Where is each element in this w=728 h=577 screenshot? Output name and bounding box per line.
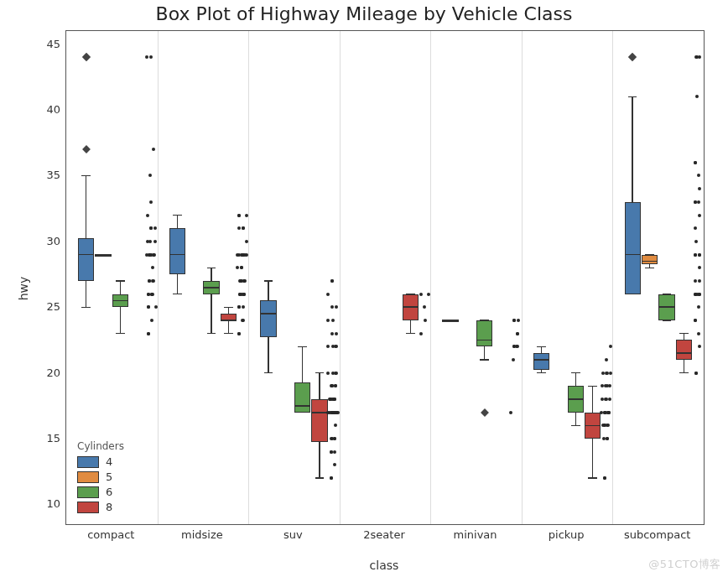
- strip-dot: [242, 293, 246, 296]
- strip-dot: [330, 450, 333, 454]
- legend-label: 5: [106, 470, 112, 483]
- watermark: @51CTO博客: [648, 557, 721, 572]
- strip-dot: [147, 332, 150, 335]
- strip-dot: [605, 358, 608, 361]
- strip-dot: [146, 214, 149, 217]
- strip-dot: [601, 372, 605, 375]
- strip-dot: [149, 226, 153, 230]
- strip-dot: [334, 424, 337, 427]
- box-cap: [207, 333, 216, 334]
- strip-dot: [148, 240, 152, 243]
- strip-dot: [694, 226, 697, 230]
- strip-dot: [697, 174, 700, 177]
- strip-dot: [326, 345, 330, 348]
- strip-dot: [326, 372, 330, 375]
- strip-dot: [698, 345, 701, 348]
- strip-dot: [152, 279, 155, 283]
- x-tick: suv: [283, 528, 303, 541]
- strip-dot: [608, 398, 611, 401]
- strip-dot: [237, 305, 241, 309]
- strip-dot: [694, 293, 698, 296]
- x-tick: pickup: [549, 528, 585, 541]
- box-cap: [571, 372, 580, 373]
- strip-dot: [331, 345, 335, 348]
- strip-dot: [602, 437, 606, 440]
- strip-dot: [145, 253, 148, 257]
- strip-dot: [145, 55, 148, 59]
- strip-dot: [331, 319, 335, 322]
- strip-dot: [603, 476, 606, 480]
- legend-label: 6: [106, 486, 112, 498]
- strip-dot: [148, 279, 151, 283]
- legend-item: 6: [77, 486, 124, 498]
- box-cap: [645, 268, 654, 268]
- box-median: [169, 254, 185, 256]
- strip-dot: [695, 95, 699, 98]
- strip-dot: [694, 200, 697, 204]
- strip-dot: [331, 372, 335, 375]
- box-cap: [588, 386, 597, 387]
- strip-dot: [243, 279, 247, 283]
- box-median: [533, 359, 549, 361]
- strip-dot: [512, 345, 516, 348]
- box-cap: [480, 359, 489, 360]
- strip-dot: [698, 293, 701, 296]
- strip-dot: [517, 319, 520, 322]
- gridline: [430, 31, 431, 524]
- y-tick: 15: [34, 432, 60, 444]
- x-tick: minivan: [454, 528, 497, 541]
- strip-dot: [694, 55, 698, 59]
- box-cap: [81, 175, 91, 176]
- strip-dot: [153, 240, 157, 243]
- strip-dot: [330, 384, 334, 387]
- strip-dot: [149, 200, 153, 204]
- strip-dot: [509, 411, 512, 414]
- strip-dot: [419, 332, 423, 335]
- strip-dot: [515, 345, 518, 348]
- box-median: [311, 412, 327, 413]
- legend-swatch: [77, 471, 99, 483]
- box-cap: [173, 215, 182, 216]
- strip-dot: [151, 266, 154, 269]
- strip-dot: [239, 293, 242, 296]
- gridline: [612, 31, 613, 524]
- strip-dot: [512, 358, 515, 361]
- strip-dot: [241, 319, 244, 322]
- strip-dot: [698, 187, 701, 190]
- strip-dot: [239, 279, 242, 283]
- box: [78, 238, 94, 281]
- box-cap: [224, 307, 233, 308]
- box-median: [294, 405, 310, 407]
- x-tick: 2seater: [363, 528, 404, 541]
- box-cap: [116, 333, 125, 334]
- strip-dot: [427, 293, 430, 296]
- gridline: [158, 31, 159, 524]
- y-tick: 45: [34, 37, 60, 49]
- box-cap: [81, 307, 91, 308]
- strip-dot: [608, 384, 611, 387]
- strip-dot: [242, 253, 245, 257]
- strip-dot: [607, 411, 611, 414]
- box-cap: [298, 346, 307, 347]
- strip-dot: [335, 332, 338, 335]
- strip-dot: [242, 226, 245, 230]
- box-median: [78, 254, 94, 256]
- box-cap: [264, 280, 273, 281]
- legend-swatch: [77, 502, 99, 513]
- strip-dot: [694, 279, 697, 283]
- strip-dot: [694, 372, 698, 375]
- box-outlier: [82, 53, 91, 61]
- box: [642, 255, 658, 265]
- box-cap: [679, 372, 689, 373]
- strip-dot: [332, 411, 335, 414]
- box-median: [403, 306, 419, 308]
- strip-dot: [153, 226, 157, 230]
- strip-dot: [603, 424, 606, 427]
- strip-dot: [330, 476, 333, 480]
- strip-dot: [148, 174, 152, 177]
- gridline: [522, 31, 523, 524]
- strip-dot: [334, 384, 337, 387]
- box-median: [658, 306, 674, 308]
- box-cap: [571, 425, 580, 426]
- strip-dot: [237, 226, 241, 230]
